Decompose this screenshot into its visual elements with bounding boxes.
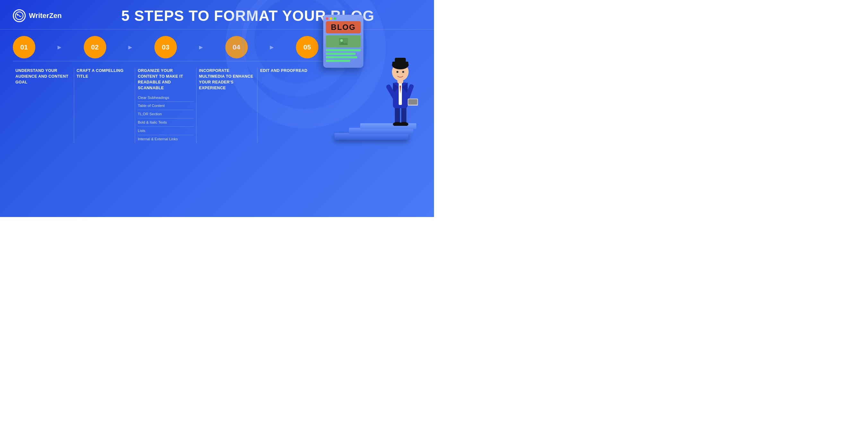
svg-rect-6 [401, 106, 406, 124]
line-3 [326, 56, 357, 58]
step-4-label: INCORPORATE MULTIMEDIA TO ENHANCE YOUR R… [199, 68, 255, 91]
arrow-2: ► [106, 44, 155, 51]
content-columns: UNDERSTAND YOUR AUDIENCE AND CONTENT GOA… [13, 66, 318, 143]
step-5-label: EDIT AND PROOFREAD [260, 68, 316, 73]
sub-item-2: Table of Content [138, 102, 193, 110]
step-3-content: ORGANIZE YOUR CONTENT TO MAKE IT READABL… [135, 68, 196, 143]
logo-icon [13, 9, 26, 22]
line-2 [326, 53, 356, 55]
sub-item-1: Clear Subheadings [138, 94, 193, 102]
svg-point-23 [397, 71, 398, 73]
sub-items-list: Clear Subheadings Table of Content TL;DR… [138, 94, 193, 144]
dot-red [326, 17, 329, 20]
sub-item-5: Lists [138, 127, 193, 135]
step-1-label: UNDERSTAND YOUR AUDIENCE AND CONTENT GOA… [16, 68, 71, 85]
arrow-3: ► [177, 44, 225, 51]
illustration-container: BLOG [318, 66, 421, 143]
logo-text: WriterZen [29, 11, 62, 20]
step-1-content: UNDERSTAND YOUR AUDIENCE AND CONTENT GOA… [13, 68, 74, 143]
content-section: UNDERSTAND YOUR AUDIENCE AND CONTENT GOA… [0, 61, 434, 143]
svg-point-24 [402, 71, 404, 73]
blog-lines [326, 49, 361, 62]
dot-yellow [330, 17, 332, 20]
logo: WriterZen [13, 9, 62, 22]
main-container: WriterZen 5 STEPS TO FORMAT YOUR BLOG 01… [0, 0, 434, 217]
blog-image-placeholder [326, 35, 361, 48]
step-3-label: ORGANIZE YOUR CONTENT TO MAKE IT READABL… [138, 68, 193, 91]
sub-item-4: Bold & Italic Texts [138, 119, 193, 127]
arrow-1: ► [35, 44, 84, 51]
svg-rect-16 [408, 99, 417, 105]
blog-card: BLOG [323, 15, 363, 68]
dot-green [334, 17, 336, 20]
step-4-content: INCORPORATE MULTIMEDIA TO ENHANCE YOUR R… [196, 68, 258, 143]
step-2-circle: 02 [84, 36, 106, 58]
svg-point-3 [340, 39, 343, 42]
step-1-circle: 01 [13, 36, 35, 58]
sub-item-3: TL;DR Section [138, 110, 193, 119]
sub-item-6: Internal & External Links [138, 135, 193, 143]
svg-rect-22 [395, 58, 406, 64]
step-2-content: CRAFT A COMPELLING TITLE [74, 68, 135, 143]
window-dots [326, 17, 361, 20]
step-5-content: EDIT AND PROOFREAD [257, 68, 318, 143]
svg-point-1 [17, 14, 18, 15]
line-1 [326, 49, 361, 51]
step-2-label: CRAFT A COMPELLING TITLE [77, 68, 132, 79]
svg-point-8 [399, 122, 408, 126]
step-3-circle: 03 [154, 36, 177, 58]
svg-rect-5 [395, 106, 400, 124]
blog-title: BLOG [326, 21, 361, 33]
character-figure [383, 52, 418, 127]
line-4 [326, 60, 350, 62]
